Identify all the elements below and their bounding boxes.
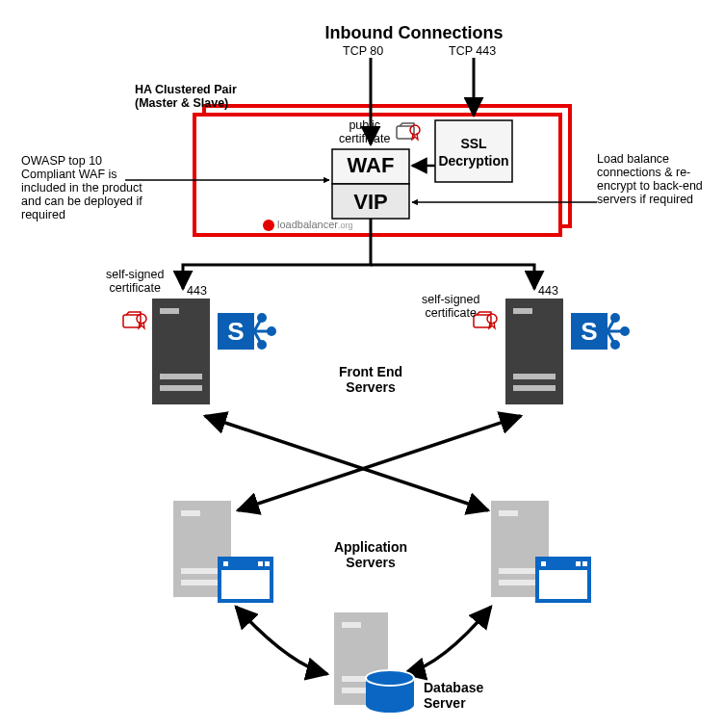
diagram-title: Inbound Connections [289,23,539,43]
application-servers-label: Application Servers [308,539,433,570]
waf-label: WAF [332,153,409,178]
svg-rect-9 [513,308,532,314]
svg-rect-35 [181,580,223,585]
svg-text:S: S [227,317,244,346]
svg-rect-44 [265,561,270,566]
svg-rect-7 [160,385,202,391]
frontend-servers-label: Front End Servers [298,364,443,395]
svg-rect-10 [513,374,556,379]
svg-rect-11 [513,385,556,391]
database-icon [366,670,414,713]
svg-rect-33 [181,510,200,516]
arrow-fe-app-1 [205,416,488,510]
arrow-app-db-right [404,607,491,674]
svg-rect-39 [499,580,541,585]
svg-rect-6 [160,374,202,379]
svg-rect-51 [342,622,361,628]
svg-rect-47 [541,561,546,566]
sharepoint-icon: S [571,313,630,350]
port-label-tcp80: TCP 80 [343,44,383,58]
brand-dot-icon [263,220,274,231]
app-window-icon [537,559,589,601]
svg-rect-5 [160,308,179,314]
port-label-tcp443: TCP 443 [449,44,496,58]
arrow-app-db-left [236,607,327,674]
svg-rect-42 [223,561,228,566]
vip-label: VIP [332,190,409,215]
arrow-fe-app-2 [238,416,521,510]
note-owasp: OWASP top 10 Compliant WAF is included i… [21,154,146,221]
svg-rect-43 [258,561,263,566]
svg-rect-34 [181,568,223,574]
port-443-left: 443 [187,284,207,298]
port-443-right: 443 [538,284,558,298]
svg-rect-48 [576,561,581,566]
brand-label: loadbalancer [277,219,338,230]
svg-point-56 [366,697,414,713]
arrow-vip-fe-right [371,265,534,289]
certificate-icon [123,312,146,328]
svg-rect-38 [499,568,541,574]
ha-pair-label: HA Clustered Pair (Master & Slave) [135,83,237,110]
note-loadbalance: Load balance connections & re-encrypt to… [597,152,712,206]
server-icon [152,299,210,404]
svg-rect-49 [582,561,587,566]
self-cert-label-right: self-signed certificate [422,293,479,320]
public-cert-label: public certificate [339,118,391,145]
server-icon [505,299,563,404]
app-window-icon [220,559,272,601]
svg-text:S: S [581,317,597,346]
self-cert-label-left: self-signed certificate [106,268,164,295]
ssl-label: SSL Decryption [435,135,512,169]
sharepoint-icon: S [218,313,276,350]
database-server-label: Database Server [424,680,539,711]
svg-rect-37 [499,510,518,516]
